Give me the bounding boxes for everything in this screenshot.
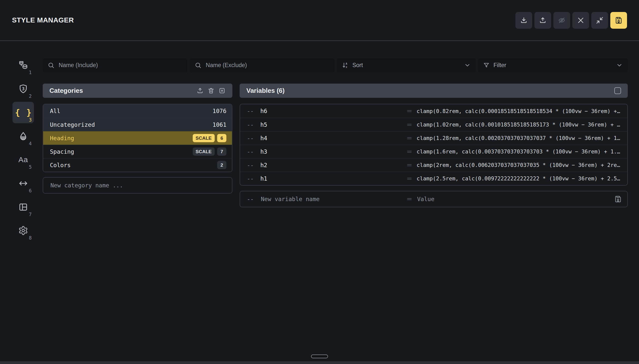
sort-dropdown[interactable]: A z Sort [337,58,476,72]
variable-value[interactable]: clamp(1.02rem, calc(0.001018518518518517… [417,122,622,128]
style-manager-window: { "colors": { "accent": "#f5d666", "sele… [0,0,639,364]
count-badge: 7 [217,148,226,156]
minimize-button[interactable] [591,12,608,29]
category-row-spacing[interactable]: Spacing SCALE 7 [43,145,232,158]
variable-row-h5[interactable]: -- h5 clamp(1.02rem, calc(0.001018518518… [240,118,627,131]
variable-value[interactable]: clamp(1.28rem, calc(0.002037037037037037… [417,135,622,141]
select-all-checkbox[interactable] [614,87,621,94]
layout-icon [18,202,28,212]
filter-dropdown[interactable]: Filter [478,58,628,72]
sidebar-item-layout[interactable]: 7 [13,196,34,218]
categories-header: Categories [43,84,232,98]
search-icon [48,62,55,68]
category-name: Colors [50,162,71,168]
share-icon[interactable] [196,87,204,94]
styles-icon [18,60,28,70]
name-include-input[interactable] [58,62,183,69]
scale-badge: SCALE [193,134,215,142]
new-variable-row: -- [240,191,628,207]
page-title: STYLE MANAGER [12,16,74,24]
variable-prefix: -- [247,176,260,182]
variable-value[interactable]: clamp(2.5rem, calc(0.00972222222222222 *… [417,176,622,182]
variable-value[interactable]: clamp(1.6rem, calc(0.003703703703703703 … [417,148,622,155]
category-count: 1061 [213,122,226,128]
svg-text:z: z [345,65,347,68]
categories-panel: Categories [43,84,232,194]
save-button[interactable] [610,12,627,29]
sidebar-item-styles[interactable]: 1 [13,54,34,76]
category-row-colors[interactable]: Colors 2 [43,158,232,172]
categories-header-actions [196,87,226,94]
category-name: All [50,108,61,114]
sidebar-item-spacing[interactable]: 6 [13,173,34,194]
sidebar-item-settings[interactable]: 8 [13,220,34,241]
variable-row-h6[interactable]: -- h6 clamp(0.82rem, calc(0.000185185185… [240,104,627,118]
filter-row: A z Sort Filter [43,58,628,72]
new-variable-name-input[interactable] [260,196,407,202]
sidebar-item-css[interactable]: 3 2 [13,78,34,100]
equals-icon [407,122,412,128]
search-icon [195,62,201,68]
variable-name[interactable]: h6 [260,108,407,114]
variable-row-h1[interactable]: -- h1 clamp(2.5rem, calc(0.0097222222222… [240,172,627,185]
category-name: Heading [50,135,74,142]
variable-row-h3[interactable]: -- h3 clamp(1.6rem, calc(0.0037037037037… [240,145,627,158]
header-actions [515,12,627,29]
download-button[interactable] [515,12,532,29]
name-exclude-box [190,58,334,72]
name-include-box [43,58,188,72]
resize-handle[interactable] [311,354,328,358]
category-row-all[interactable]: All 1076 [43,104,232,118]
variable-row-h2[interactable]: -- h2 clamp(2rem, calc(0.006203703703703… [240,158,627,172]
category-row-uncategorized[interactable]: Uncategorized 1061 [43,118,232,131]
variable-value[interactable]: clamp(2rem, calc(0.0062037037037037035 *… [417,162,622,168]
equals-icon [407,136,412,141]
bottom-strip [0,361,639,364]
category-count: 1076 [213,108,226,114]
braces-icon: { } [14,108,32,118]
sidebar-item-colors[interactable]: 4 [13,126,34,147]
categories-list: All 1076 Uncategorized 1061 Heading SCAL… [43,104,232,172]
upload-button[interactable] [534,12,551,29]
filter-label: Filter [493,62,506,68]
categories-title: Categories [50,87,83,94]
sort-az-icon: A z [342,62,349,68]
variable-name[interactable]: h5 [260,122,407,128]
sidebar-item-number: 4 [29,141,32,146]
funnel-icon [483,62,490,68]
width-arrow-icon [18,178,28,188]
variable-name[interactable]: h1 [260,176,407,182]
variable-name[interactable]: h3 [260,148,407,155]
category-row-heading[interactable]: Heading SCALE 6 [43,131,232,145]
equals-icon [407,176,412,182]
new-category-input[interactable] [50,182,226,189]
variable-prefix: -- [247,148,260,155]
x-square-icon[interactable] [218,87,226,94]
sidebar-item-number: 3 [29,117,32,122]
typography-icon: Aa [19,156,28,164]
svg-text:A: A [345,62,347,65]
main-content: A z Sort Filter [43,41,628,207]
eye-off-icon [558,16,566,24]
download-icon [520,16,528,24]
variable-value[interactable]: clamp(0.82rem, calc(0.000185185185185185… [417,108,622,114]
category-name: Spacing [50,148,74,155]
variable-prefix: -- [247,162,260,168]
variables-header: Variables (6) [240,84,628,98]
close-button[interactable] [572,12,589,29]
variable-prefix: -- [247,108,260,114]
trash-icon[interactable] [207,87,215,94]
sidebar-item-variables[interactable]: { } 3 [13,102,34,123]
top-bar: STYLE MANAGER [0,0,639,41]
variable-name[interactable]: h2 [260,162,407,168]
close-icon [577,16,584,24]
name-exclude-input[interactable] [205,62,329,69]
variable-row-h4[interactable]: -- h4 clamp(1.28rem, calc(0.002037037037… [240,131,627,145]
count-badge: 6 [217,134,226,142]
variable-name[interactable]: h4 [260,135,407,142]
sidebar-item-number: 2 [29,93,32,99]
toggle-visibility-button[interactable] [553,12,570,29]
save-variable-button[interactable] [614,195,622,203]
sidebar-item-typography[interactable]: Aa 5 [13,149,34,170]
new-variable-value-input[interactable] [417,196,610,202]
